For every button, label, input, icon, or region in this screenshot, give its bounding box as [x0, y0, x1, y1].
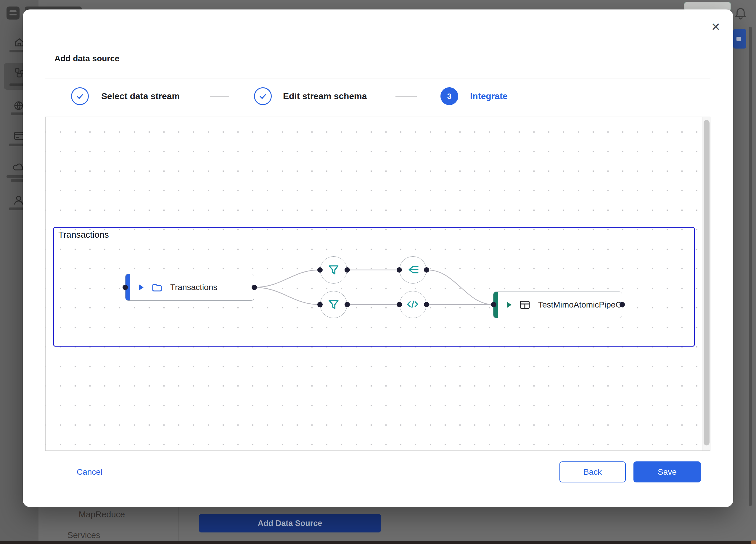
step-3-label[interactable]: Integrate — [470, 91, 508, 101]
folder-icon — [152, 283, 162, 292]
add-data-source-dialog: ✕ Add data source Select data stream Edi… — [23, 9, 733, 507]
step-2-label[interactable]: Edit stream schema — [283, 91, 367, 101]
step-2-indicator[interactable] — [254, 87, 272, 105]
source-node[interactable]: Transactions — [125, 274, 254, 301]
canvas-scrollbar-track[interactable] — [702, 117, 710, 450]
app-logo — [7, 7, 20, 20]
filter-icon — [327, 298, 340, 311]
pipeline-group-label: Transactions — [58, 230, 109, 240]
divider — [178, 507, 178, 544]
add-data-source-button: Add Data Source — [199, 514, 381, 532]
menu-item-services: Services — [60, 530, 107, 540]
close-icon[interactable]: ✕ — [709, 20, 723, 34]
dialog-title: Add data source — [54, 54, 119, 63]
processor-node-filter-1[interactable] — [320, 256, 347, 284]
destination-node[interactable]: TestMimoAtomicPipeC... — [493, 292, 622, 318]
merge-icon — [406, 263, 420, 277]
back-button[interactable]: Back — [559, 461, 626, 482]
node-accent-strip — [126, 274, 130, 300]
filter-icon — [327, 263, 340, 277]
page-scrollbar — [749, 27, 752, 506]
menu-item-mapreduce: MapReduce — [72, 510, 131, 519]
save-button[interactable]: Save — [633, 461, 701, 482]
window-bottom-edge — [0, 541, 756, 544]
expand-triangle-icon[interactable] — [507, 302, 511, 308]
expand-triangle-icon[interactable] — [139, 284, 144, 290]
pipeline-canvas[interactable]: Transactions Transactions — [45, 117, 710, 451]
primary-action-button — [733, 29, 746, 49]
check-icon — [255, 87, 271, 105]
desktop-corner — [751, 540, 756, 544]
check-icon — [72, 87, 88, 105]
canvas-scrollbar-thumb[interactable] — [704, 120, 710, 445]
step-1-label[interactable]: Select data stream — [101, 91, 180, 101]
divider — [45, 78, 710, 78]
processor-node-merge[interactable] — [399, 256, 427, 284]
processor-node-code[interactable] — [399, 291, 427, 318]
processor-node-filter-2[interactable] — [320, 291, 347, 318]
cancel-button[interactable]: Cancel — [77, 467, 102, 477]
step-1-indicator[interactable] — [71, 87, 89, 105]
step-3-indicator[interactable]: 3 — [440, 87, 458, 105]
bell-icon — [734, 7, 747, 21]
destination-node-label: TestMimoAtomicPipeC... — [538, 300, 622, 310]
node-accent-strip — [493, 292, 498, 318]
table-icon — [520, 301, 530, 309]
step-connector — [210, 96, 229, 96]
step-connector — [395, 96, 417, 96]
code-icon — [406, 298, 420, 311]
source-node-label: Transactions — [170, 283, 217, 292]
